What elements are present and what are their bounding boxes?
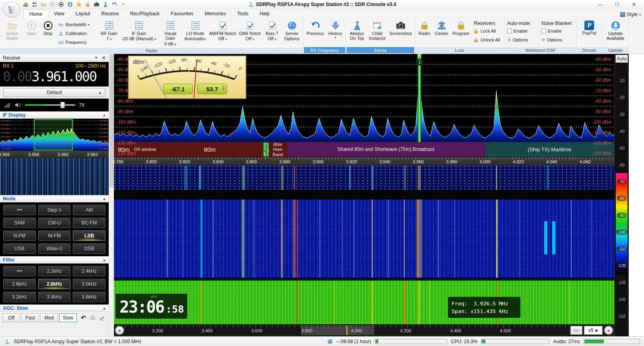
collapse-icon[interactable]: ▲ — [103, 258, 106, 262]
mode-button[interactable]: AM — [73, 205, 105, 215]
mode-button[interactable]: CW-U — [38, 218, 71, 228]
left-panel-scrollbar[interactable] — [109, 54, 114, 336]
users-icon[interactable] — [31, 1, 38, 8]
mode-button[interactable]: USB — [3, 243, 36, 254]
app-menu-button[interactable] — [3, 2, 20, 18]
if-waterfall[interactable] — [0, 158, 109, 195]
noise-blanker-enable-checkbox[interactable]: Enable — [541, 27, 574, 35]
select-radio-button[interactable]: Select Radio — [1, 19, 23, 47]
rf-gain-button[interactable]: RF Gain 7 ▾ — [99, 19, 120, 47]
bias-t-button[interactable]: Bias-T Off ▾ — [263, 19, 281, 47]
waterfall-display[interactable]: UTC 23:06 :58 Freq: 3.926.5 MHz Span: ±1… — [114, 166, 614, 324]
scroll-right-button[interactable]: » — [604, 326, 613, 335]
spectrum-display[interactable]: -40 dBm-50 dBm-60 dBm-70 dBm-80 dBm-90 d… — [114, 54, 614, 157]
mode-button[interactable]: W-FM — [38, 231, 71, 241]
filter-button[interactable]: 3.6kHz — [73, 292, 105, 302]
mode-button[interactable]: ••• — [3, 205, 36, 215]
mode-button[interactable]: SAM — [3, 218, 36, 228]
slider-thumb[interactable] — [60, 102, 65, 108]
agc-button[interactable]: Off — [2, 313, 20, 322]
always-on-top-icon[interactable] — [102, 1, 109, 8]
squelch-icon[interactable] — [89, 315, 96, 321]
start-button[interactable]: Start — [23, 19, 39, 47]
screenshot-button[interactable]: Screenshot — [388, 19, 413, 47]
child-instance-button[interactable]: Child Instance — [367, 19, 387, 47]
undo-icon[interactable] — [111, 1, 118, 8]
home-icon[interactable] — [23, 1, 29, 8]
mode-button[interactable]: BC-FM — [73, 218, 105, 228]
collapse-icon[interactable]: ▲ — [103, 113, 106, 117]
unlock-all-button[interactable]: Unlock All — [473, 36, 501, 44]
lock-program-button[interactable]: Program — [451, 19, 471, 47]
ribbon-tab[interactable]: Tools — [231, 9, 254, 19]
lo-mode-button[interactable]: LO Mode Automatic▾ — [183, 19, 208, 47]
auto-mute-options-button[interactable]: ⚙ Options — [507, 36, 537, 44]
keyboard-entry-button[interactable] — [570, 326, 582, 335]
noise-blanker-options-button[interactable]: ⚙ Options — [541, 36, 574, 44]
lock-centre-button[interactable]: Centre — [433, 19, 450, 47]
if-selection-box[interactable] — [34, 119, 73, 150]
mode-button[interactable]: Wide-U — [38, 243, 71, 254]
auto-mute-enable-checkbox[interactable]: Enable — [507, 27, 537, 35]
agc-button[interactable]: Med — [40, 313, 58, 322]
panel-close-icon[interactable]: ✕ — [102, 55, 106, 61]
stop-button[interactable]: Stop — [40, 19, 56, 47]
favourite-star-icon[interactable] — [76, 1, 82, 8]
play-icon[interactable] — [49, 1, 56, 8]
update-available-button[interactable]: Update Available — [603, 19, 627, 47]
filter-button[interactable]: 3.0kHz — [73, 279, 105, 289]
rx1-tuning-marker[interactable]: 1 — [418, 54, 421, 142]
collapse-icon[interactable]: ▲ — [103, 307, 106, 310]
dab-notch-button[interactable]: DAB Notch Off ▾ — [237, 19, 262, 47]
screenshot-camera-icon[interactable] — [93, 1, 100, 8]
filter-button[interactable]: 3.4kHz — [38, 292, 71, 302]
maximize-button[interactable]: ☐ — [609, 0, 625, 9]
volume-slider[interactable] — [25, 102, 75, 108]
if-gain-button[interactable]: IF Gain -20 dB (Manual) ▾ — [120, 19, 158, 47]
ribbon-tab[interactable]: Rec/Playback — [124, 9, 165, 19]
minimize-button[interactable]: — — [592, 0, 609, 9]
filter-button[interactable]: 2.8kHz — [38, 279, 71, 289]
lock-icon[interactable] — [85, 1, 91, 8]
ribbon-tab[interactable]: Help — [254, 9, 275, 19]
paypal-button[interactable]: P PayPal — [578, 19, 601, 47]
scroll-left-button[interactable]: « — [115, 326, 124, 335]
ribbon-tab[interactable]: Layout — [70, 9, 96, 19]
ribbon-tab[interactable]: View — [48, 9, 70, 19]
always-on-top-button[interactable]: Always On Top — [347, 19, 367, 47]
speaker-icon[interactable] — [14, 101, 21, 109]
profile-dropdown[interactable]: Default ▼ — [3, 88, 105, 97]
filter-button[interactable]: 2.6kHz — [3, 279, 36, 289]
agc-button[interactable]: Slow — [59, 313, 77, 322]
filter-button[interactable]: 3.2kHz — [3, 292, 36, 302]
amfm-notch-button[interactable]: AM/FM Notch Off ▾ — [208, 19, 237, 47]
ribbon-tab[interactable]: Receive — [96, 9, 124, 19]
calibration-button[interactable]: Calibration — [58, 29, 97, 37]
ribbon-tab[interactable]: Memories — [199, 9, 232, 19]
auto-range-button[interactable]: Auto — [615, 55, 628, 63]
if-spectrum[interactable]: -40 dBm-50 dBm-60 dBm-70 dBm-80 dBm-90 d… — [0, 119, 109, 158]
chart-icon[interactable] — [99, 315, 105, 321]
agc-button[interactable]: Fast — [21, 313, 39, 322]
previous-frequency-button[interactable]: Previous — [305, 19, 326, 47]
ribbon-tab[interactable]: Favourites — [165, 9, 199, 19]
download-icon[interactable] — [67, 1, 73, 8]
server-options-button[interactable]: Server Options — [282, 19, 302, 47]
history-button[interactable]: History ▾ — [326, 19, 345, 47]
frequency-button[interactable]: Frequency — [58, 38, 97, 46]
frequency-readout[interactable]: 0.003.961.000 — [3, 69, 106, 84]
lock-all-button[interactable]: Lock All — [473, 27, 501, 35]
spectrum-frequency-axis[interactable]: 3.7803.8003.8203.8403.8603.8803.9003.920… — [114, 157, 614, 166]
equalizer-icon[interactable] — [4, 102, 10, 108]
toolbar-more-icon[interactable]: ▾ — [120, 1, 126, 8]
mode-button[interactable]: DSB — [73, 243, 105, 254]
mode-button[interactable]: N-FM — [3, 231, 36, 241]
filter-button[interactable]: ••• — [3, 266, 36, 276]
filter-button[interactable]: 2.4kHz — [73, 266, 105, 276]
folder-icon[interactable] — [40, 1, 47, 8]
zoom-factor-button[interactable]: x5 ▶ — [584, 326, 603, 335]
bandwidth-button[interactable]: Bandwidth ▾ — [58, 21, 97, 29]
close-button[interactable]: ✕ — [625, 0, 642, 9]
mode-button[interactable]: LSB — [73, 231, 105, 241]
panel-menu-icon[interactable]: ▼ — [95, 56, 98, 60]
